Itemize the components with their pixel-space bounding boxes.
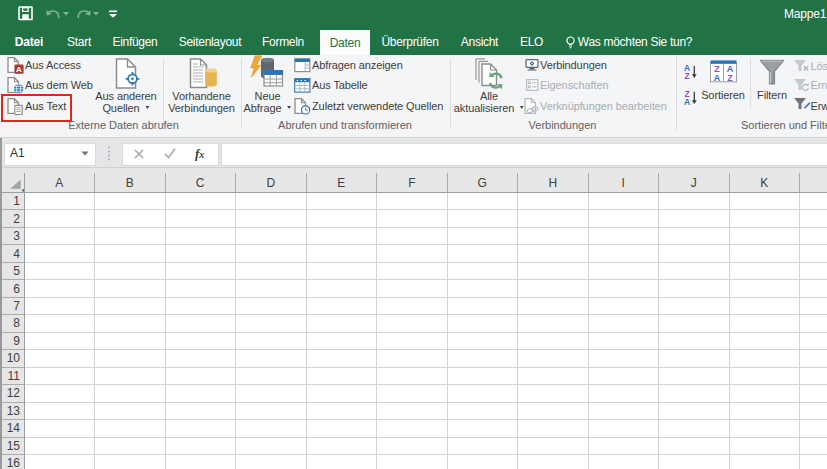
svg-text:1: 1 (13, 194, 20, 208)
svg-text:H: H (548, 176, 557, 190)
svg-text:12: 12 (7, 386, 21, 400)
svg-text:6: 6 (13, 282, 20, 296)
svg-text:Z: Z (684, 71, 689, 80)
svg-text:16: 16 (7, 456, 21, 469)
svg-text:11: 11 (8, 369, 21, 383)
svg-text:A: A (55, 176, 63, 190)
svg-text:E: E (337, 176, 345, 190)
svg-text:5: 5 (13, 264, 20, 278)
svg-text:C: C (196, 176, 205, 190)
svg-text:8: 8 (13, 316, 20, 330)
svg-text:Z: Z (727, 73, 733, 83)
svg-text:A: A (16, 65, 22, 74)
svg-text:K: K (760, 176, 768, 190)
svg-text:2: 2 (13, 212, 20, 226)
svg-text:J: J (691, 176, 697, 190)
svg-text:B: B (126, 176, 134, 190)
svg-text:G: G (478, 176, 487, 190)
svg-text:A: A (684, 98, 690, 107)
svg-text:I: I (622, 176, 625, 190)
svg-text:4: 4 (13, 247, 20, 261)
svg-text:7: 7 (13, 299, 20, 313)
svg-text:15: 15 (7, 439, 21, 453)
svg-text:F: F (408, 176, 415, 190)
svg-text:10: 10 (7, 351, 21, 365)
svg-text:13: 13 (7, 404, 21, 418)
svg-text:A: A (714, 73, 721, 83)
svg-text:14: 14 (7, 421, 21, 435)
svg-text:3: 3 (13, 229, 20, 243)
svg-text:9: 9 (13, 334, 20, 348)
svg-text:D: D (266, 176, 275, 190)
